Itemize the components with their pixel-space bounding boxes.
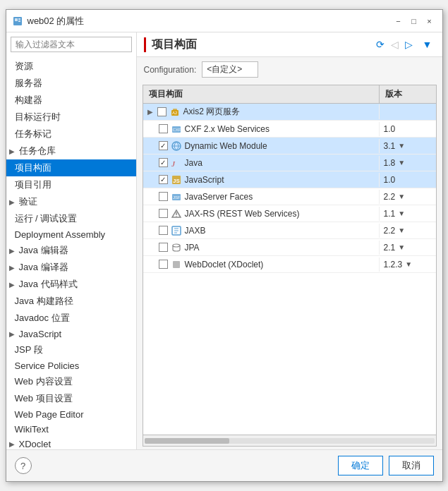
facet-checkbox[interactable]	[159, 141, 168, 150]
facet-checkbox[interactable]	[159, 243, 168, 252]
version-dropdown-icon[interactable]: ▼	[405, 260, 412, 268]
table-row[interactable]: JSJavaScript1.0	[143, 171, 436, 188]
sidebar-item-label: XDoclet	[19, 439, 52, 449]
facet-checkbox[interactable]	[159, 158, 168, 167]
refresh-button[interactable]: ⟳	[373, 37, 388, 52]
maximize-button[interactable]: □	[407, 14, 421, 28]
minimize-button[interactable]: −	[392, 14, 406, 28]
sidebar-item-service-policies[interactable]: Service Policies	[6, 358, 136, 373]
horizontal-scrollbar[interactable]	[143, 435, 436, 446]
sidebar-item-task-tags[interactable]: 任务标记	[6, 126, 136, 143]
version-value: 3.1	[384, 141, 396, 151]
facet-label: JAXB	[185, 226, 206, 236]
facet-icon: JSF	[171, 191, 182, 202]
svg-rect-1	[15, 18, 18, 21]
facet-checkbox[interactable]	[159, 209, 168, 218]
sidebar-item-project-ref[interactable]: 项目引用	[6, 176, 136, 193]
facet-icon	[171, 140, 182, 152]
table-row[interactable]: ▶A2Axis2 网页服务	[143, 104, 436, 121]
facet-checkbox[interactable]	[159, 124, 168, 133]
sidebar-item-builder[interactable]: 构建器	[6, 92, 136, 109]
svg-text:A2: A2	[172, 111, 178, 115]
sidebar-item-label: 验证	[19, 195, 37, 208]
table-row[interactable]: JPA2.1 ▼	[143, 239, 436, 256]
sidebar-item-target-runtime[interactable]: 目标运行时	[6, 109, 136, 126]
sidebar-item-label: Java 编译器	[19, 261, 68, 274]
sidebar-item-java-codestyle[interactable]: ▶Java 代码样式	[6, 276, 136, 293]
config-row: Configuration: <自定义>	[137, 57, 442, 82]
version-value: 2.2	[384, 192, 396, 202]
table-row[interactable]: JJava1.8 ▼	[143, 154, 436, 171]
sidebar-item-java-compiler[interactable]: ▶Java 编译器	[6, 259, 136, 276]
sidebar-item-web-page-editor[interactable]: Web Page Editor	[6, 407, 136, 422]
sidebar-item-resources[interactable]: 资源	[6, 58, 136, 75]
svg-text:JSF: JSF	[173, 195, 181, 200]
facet-label: JavaScript	[185, 175, 224, 185]
sidebar-item-label: Java 编辑器	[19, 244, 68, 257]
sidebar-item-label: Java 构建路径	[15, 295, 73, 308]
sidebar-item-label: 任务仓库	[19, 145, 56, 157]
version-cell: 1.1 ▼	[380, 207, 436, 220]
row-expand-arrow-icon[interactable]: ▶	[147, 108, 153, 116]
sidebar-item-java-buildpath[interactable]: Java 构建路径	[6, 293, 136, 310]
table-row[interactable]: JAX-RS (REST Web Services)1.1 ▼	[143, 205, 436, 222]
sidebar-item-label: 任务标记	[15, 128, 52, 140]
sidebar-item-label: JavaScript	[19, 329, 62, 339]
sidebar-item-xdoclet[interactable]: ▶XDoclet	[6, 437, 136, 449]
table-row[interactable]: JSFJavaServer Faces2.2 ▼	[143, 188, 436, 205]
version-cell: 2.2 ▼	[380, 190, 436, 203]
sidebar-item-project-facets[interactable]: 项目构面	[6, 159, 136, 176]
help-button[interactable]: ?	[15, 457, 32, 474]
facet-label: Axis2 网页服务	[183, 106, 241, 118]
facet-cell: JAXB	[143, 224, 380, 238]
main-panel: 项目构面 ⟳ ◁ ▷ ▼ Configuration: <自定义> 项目构面 版…	[137, 32, 442, 449]
version-dropdown-icon[interactable]: ▼	[398, 142, 405, 150]
table-row[interactable]: Dynamic Web Module3.1 ▼	[143, 138, 436, 154]
version-dropdown-icon[interactable]: ▼	[398, 193, 405, 200]
facet-checkbox[interactable]	[159, 260, 168, 269]
sidebar-item-validation[interactable]: ▶验证	[6, 193, 136, 210]
sidebar-item-task-repo[interactable]: ▶任务仓库	[6, 143, 136, 159]
sidebar-item-server[interactable]: 服务器	[6, 75, 136, 92]
separator: ◁	[391, 39, 399, 50]
facet-checkbox[interactable]	[159, 175, 168, 184]
facet-checkbox[interactable]	[157, 107, 167, 116]
table-row[interactable]: JAXB2.2 ▼	[143, 222, 436, 239]
sidebar-item-javadoc[interactable]: Javadoc 位置	[6, 310, 136, 327]
sidebar-item-jsp[interactable]: JSP 段	[6, 341, 136, 358]
sidebar-item-javascript[interactable]: ▶JavaScript	[6, 327, 136, 341]
facet-checkbox[interactable]	[159, 226, 168, 235]
svg-rect-24	[173, 261, 180, 268]
facet-icon	[171, 225, 182, 236]
config-label: Configuration:	[144, 65, 197, 75]
expand-arrow-icon: ▶	[9, 147, 15, 155]
table-row[interactable]: CXFCXF 2.x Web Services1.0	[143, 121, 436, 138]
menu-button[interactable]: ▼	[420, 37, 435, 52]
forward-button[interactable]: ▷	[401, 37, 417, 52]
sidebar-item-run-debug[interactable]: 运行 / 调试设置	[6, 210, 136, 227]
sidebar-item-web-content[interactable]: Web 内容设置	[6, 373, 136, 390]
version-dropdown-icon[interactable]: ▼	[398, 226, 405, 234]
ok-button[interactable]: 确定	[338, 456, 383, 475]
sidebar-item-deployment-assembly[interactable]: Deployment Assembly	[6, 227, 136, 242]
version-dropdown-icon[interactable]: ▼	[398, 159, 405, 166]
expand-arrow-icon: ▶	[9, 440, 15, 448]
config-value[interactable]: <自定义>	[202, 61, 258, 78]
facet-checkbox[interactable]	[159, 192, 168, 201]
filter-input[interactable]	[11, 37, 132, 52]
close-button[interactable]: ×	[423, 14, 437, 28]
sidebar-item-web-project[interactable]: Web 项目设置	[6, 390, 136, 407]
sidebar-item-wikitext[interactable]: WikiText	[6, 422, 136, 437]
facet-icon: CXF	[171, 123, 182, 135]
version-cell: 3.1 ▼	[380, 140, 436, 152]
facet-cell: JSJavaScript	[143, 173, 380, 187]
version-dropdown-icon[interactable]: ▼	[398, 243, 405, 251]
table-row[interactable]: WebDoclet (XDoclet)1.2.3 ▼	[143, 256, 436, 273]
cancel-button[interactable]: 取消	[389, 456, 434, 475]
window-icon	[12, 16, 23, 27]
content-area: 资源服务器构建器目标运行时任务标记▶任务仓库项目构面项目引用▶验证运行 / 调试…	[6, 32, 442, 449]
svg-point-18	[176, 216, 177, 217]
sidebar-item-java-editor[interactable]: ▶Java 编辑器	[6, 242, 136, 259]
facet-cell: JAX-RS (REST Web Services)	[143, 207, 380, 221]
version-dropdown-icon[interactable]: ▼	[398, 210, 405, 217]
